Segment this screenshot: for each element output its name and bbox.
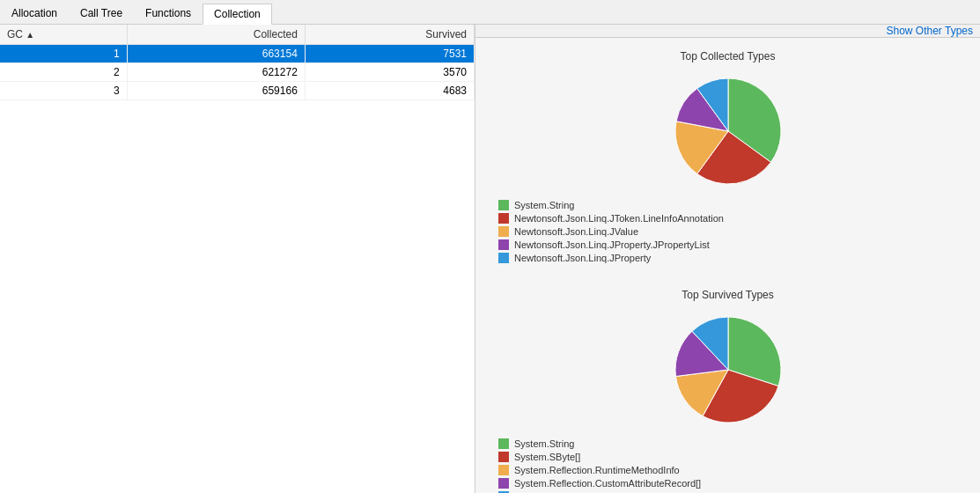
legend-label: System.String [514, 438, 574, 449]
legend-color-swatch [498, 452, 509, 462]
legend-label: System.Reflection.RuntimeMethodInfo [514, 465, 680, 475]
col-header-survived[interactable]: Survived [305, 25, 474, 45]
right-panel: Show Other Types Top Collected Types Sys… [475, 25, 980, 493]
legend-item: Newtonsoft.Json.Linq.JProperty [498, 253, 957, 263]
legend-label: Newtonsoft.Json.Linq.JValue [514, 226, 638, 237]
gc-cell: 3 [0, 82, 127, 100]
legend-item: System.String [498, 438, 957, 449]
table-row[interactable]: 1 663154 7531 [0, 45, 475, 63]
table-header-row: GC ▲ Collected Survived [0, 25, 475, 45]
gc-table: GC ▲ Collected Survived 1 663154 7531 2 … [0, 25, 475, 100]
table-row[interactable]: 2 621272 3570 [0, 63, 475, 82]
collected-cell: 659166 [127, 82, 305, 100]
tab-allocation[interactable]: Allocation [0, 3, 69, 24]
top-survived-chart-content [490, 308, 966, 431]
legend-label: System.Reflection.CustomAttributeRecord[… [514, 478, 701, 489]
tab-collection[interactable]: Collection [203, 4, 272, 25]
legend-color-swatch [498, 438, 509, 449]
legend-label: Newtonsoft.Json.Linq.JProperty [514, 253, 651, 263]
legend-item: System.Reflection.RuntimeMethodInfo [498, 465, 957, 475]
col-header-gc[interactable]: GC ▲ [0, 25, 127, 45]
legend-color-swatch [498, 465, 509, 475]
main-content: GC ▲ Collected Survived 1 663154 7531 2 … [0, 25, 980, 493]
legend-item: Newtonsoft.Json.Linq.JToken.LineInfoAnno… [498, 213, 957, 224]
gc-cell: 1 [0, 45, 127, 63]
legend-label: Newtonsoft.Json.Linq.JToken.LineInfoAnno… [514, 213, 724, 224]
legend-color-swatch [498, 213, 509, 224]
tab-functions[interactable]: Functions [134, 3, 203, 24]
legend-item: System.String [498, 200, 957, 210]
legend-color-swatch [498, 200, 509, 210]
legend-label: System.SByte[] [514, 452, 580, 462]
legend-color-swatch [498, 226, 509, 237]
top-survived-title: Top Survived Types [490, 283, 966, 308]
tab-call-tree[interactable]: Call Tree [69, 3, 134, 24]
show-other-types-area: Show Other Types [475, 25, 980, 38]
legend-item: Newtonsoft.Json.Linq.JProperty.JProperty… [498, 239, 957, 250]
survived-cell: 3570 [305, 63, 474, 82]
survived-cell: 7531 [305, 45, 474, 63]
collected-cell: 663154 [127, 45, 305, 63]
legend-color-swatch [498, 253, 509, 263]
top-collected-chart-content [490, 70, 966, 193]
top-collected-pie [667, 70, 790, 193]
gc-cell: 2 [0, 63, 127, 82]
legend-label: Newtonsoft.Json.Linq.JProperty.JProperty… [514, 239, 710, 250]
top-survived-section: Top Survived Types System.String System.… [475, 276, 980, 493]
legend-color-swatch [498, 478, 509, 489]
top-survived-pie [667, 308, 790, 431]
survived-cell: 4683 [305, 82, 474, 100]
app-container: Allocation Call Tree Functions Collectio… [0, 0, 980, 493]
legend-item: System.SByte[] [498, 452, 957, 462]
legend-item: System.Reflection.CustomAttributeRecord[… [498, 478, 957, 489]
table-row[interactable]: 3 659166 4683 [0, 82, 475, 100]
collected-cell: 621272 [127, 63, 305, 82]
left-panel: GC ▲ Collected Survived 1 663154 7531 2 … [0, 25, 475, 493]
sort-arrow-icon: ▲ [26, 30, 34, 40]
top-collected-section: Top Collected Types System.String Newton… [475, 38, 980, 269]
show-other-types-button[interactable]: Show Other Types [887, 25, 974, 37]
tab-bar: Allocation Call Tree Functions Collectio… [0, 0, 980, 25]
top-survived-legend: System.String System.SByte[] System.Refl… [490, 438, 966, 493]
legend-item: Newtonsoft.Json.Linq.JValue [498, 226, 957, 237]
legend-label: System.String [514, 200, 574, 210]
col-header-collected[interactable]: Collected [127, 25, 305, 45]
legend-color-swatch [498, 239, 509, 250]
top-collected-title: Top Collected Types [490, 45, 966, 70]
top-collected-legend: System.String Newtonsoft.Json.Linq.JToke… [490, 200, 966, 263]
